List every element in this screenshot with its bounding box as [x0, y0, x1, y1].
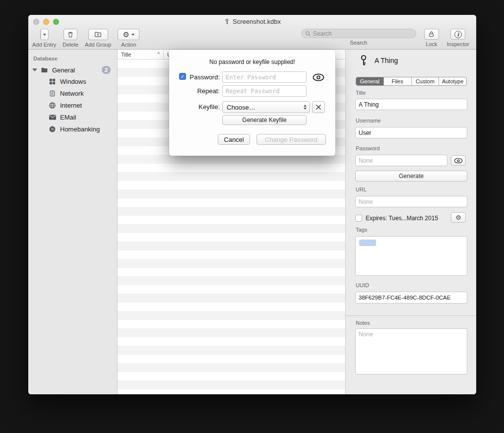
inspector-tabs: General Files Custom Autotype — [356, 77, 467, 86]
folder-plus-icon — [94, 31, 102, 38]
search-label: Search — [350, 40, 367, 46]
toolbar-left-group: Add Entry Delete Add Group ⚙ Action — [32, 29, 139, 48]
search-icon — [305, 31, 311, 37]
sidebar-item-network[interactable]: Network — [28, 87, 117, 99]
notes-field-label: Notes — [356, 320, 370, 326]
add-group-toolbar-item: Add Group — [85, 29, 111, 48]
expires-row: Expires: Tues...March 2015 — [355, 213, 467, 224]
sidebar-item-homebanking[interactable]: % Homebanking — [28, 123, 117, 135]
disclosure-triangle-icon[interactable] — [32, 68, 37, 71]
add-group-button[interactable] — [88, 29, 108, 40]
window-title-text: Screenshot.kdbx — [233, 18, 281, 25]
action-toolbar-item: ⚙ Action — [118, 29, 139, 48]
entry-title: A Thing — [375, 57, 398, 64]
close-icon — [315, 104, 321, 110]
title-input[interactable] — [355, 99, 467, 110]
key-icon — [359, 55, 369, 66]
sidebar-group-label: General — [52, 66, 102, 74]
generate-keyfile-button[interactable]: Generate Keyfile — [222, 115, 307, 125]
action-button[interactable]: ⚙ — [118, 29, 139, 40]
windows-grid-icon — [48, 77, 57, 86]
dialog-password-input[interactable] — [222, 71, 307, 83]
sort-ascending-icon: ^ — [157, 52, 160, 57]
gear-icon: ⚙ — [455, 214, 461, 221]
lock-icon — [428, 31, 435, 38]
dialog-repeat-input[interactable] — [222, 85, 307, 97]
uuid-input[interactable] — [355, 292, 467, 304]
expires-checkbox[interactable] — [355, 215, 362, 222]
gear-icon: ⚙ — [123, 31, 129, 38]
add-entry-button[interactable] — [40, 29, 49, 40]
notes-placeholder: None — [359, 331, 373, 338]
tab-general[interactable]: General — [356, 77, 384, 85]
tab-custom[interactable]: Custom — [412, 77, 440, 85]
dialog-password-label: Password: — [187, 73, 220, 81]
search-field[interactable] — [301, 29, 416, 38]
inspector-panel: A Thing General Files Custom Autotype Ti… — [345, 50, 476, 394]
trash-icon — [67, 31, 74, 38]
delete-label: Delete — [63, 42, 78, 48]
chevron-down-icon — [43, 34, 46, 36]
inspector-toolbar-item: i Inspector — [447, 29, 469, 47]
lock-button[interactable] — [424, 29, 439, 40]
change-password-dialog: No password or keyfile supplied! Passwor… — [169, 50, 335, 156]
cancel-button[interactable]: Cancel — [218, 134, 250, 145]
tags-box[interactable] — [355, 236, 467, 276]
sidebar-item-windows[interactable]: Windows — [28, 75, 117, 87]
change-password-button[interactable]: Change Password — [256, 134, 326, 145]
password-input[interactable] — [355, 155, 447, 166]
username-field-label: Username — [356, 118, 381, 124]
tab-files[interactable]: Files — [384, 77, 412, 85]
dialog-repeat-label: Repeat: — [187, 87, 220, 95]
sidebar-group-general[interactable]: General 2 — [28, 63, 117, 76]
dialog-show-password-button[interactable] — [312, 72, 325, 83]
eye-icon — [313, 73, 324, 81]
inspector-button[interactable]: i — [450, 29, 465, 40]
coin-icon: % — [48, 125, 57, 133]
clear-keyfile-button[interactable] — [312, 101, 325, 113]
add-group-label: Add Group — [85, 42, 111, 48]
tab-autotype[interactable]: Autotype — [439, 77, 466, 85]
globe-icon — [48, 101, 57, 110]
app-window: Screenshot.kdbx Add Entry Delete — [28, 15, 476, 394]
sidebar-item-email[interactable]: EMail — [28, 111, 117, 123]
action-label: Action — [121, 42, 136, 48]
add-entry-dropdown[interactable] — [41, 29, 48, 40]
sidebar-item-internet[interactable]: Internet — [28, 99, 117, 111]
dialog-message: No password or keyfile supplied! — [169, 59, 335, 65]
sidebar-item-label: Network — [60, 90, 117, 97]
window-title: Screenshot.kdbx — [28, 17, 476, 26]
document-key-icon — [224, 18, 230, 25]
dialog-keyfile-label: Keyfile: — [187, 103, 220, 111]
sidebar-section-header: Database — [33, 56, 117, 62]
notes-textarea[interactable]: None — [355, 328, 467, 374]
inspector-divider — [346, 315, 476, 316]
lock-toolbar-item: Lock — [424, 29, 439, 47]
title-field-label: Title — [356, 90, 366, 96]
password-checkbox[interactable] — [179, 73, 186, 80]
username-input[interactable] — [355, 127, 467, 138]
popup-stepper-icon — [304, 105, 308, 110]
keyfile-selected-value: Choose… — [227, 104, 304, 111]
expires-settings-button[interactable]: ⚙ — [451, 212, 466, 223]
column-header-title[interactable]: Title ^ — [118, 50, 164, 59]
password-field-label: Password — [356, 145, 379, 151]
tag-chip[interactable] — [359, 240, 376, 246]
inspector-header: A Thing — [359, 55, 398, 66]
delete-button[interactable] — [63, 29, 77, 40]
folder-icon — [40, 66, 49, 74]
window-chrome: Screenshot.kdbx Add Entry Delete — [28, 15, 476, 50]
add-entry-toolbar-item: Add Entry — [32, 29, 56, 48]
expires-label: Expires: Tues...March 2015 — [366, 215, 438, 222]
show-password-button[interactable] — [451, 155, 466, 166]
sidebar-item-label: Homebanking — [60, 125, 117, 133]
search-input[interactable] — [313, 30, 412, 37]
keyfile-dropdown[interactable]: Choose… — [222, 101, 310, 113]
chevron-down-icon — [131, 34, 134, 36]
lock-label: Lock — [426, 41, 437, 47]
sidebar-item-label: EMail — [60, 114, 117, 121]
toolbar-right-group: Search Lock i Inspector — [301, 29, 469, 47]
url-input[interactable] — [355, 196, 467, 207]
generate-password-button[interactable]: Generate — [355, 171, 467, 182]
sidebar-item-label: Internet — [60, 102, 117, 109]
